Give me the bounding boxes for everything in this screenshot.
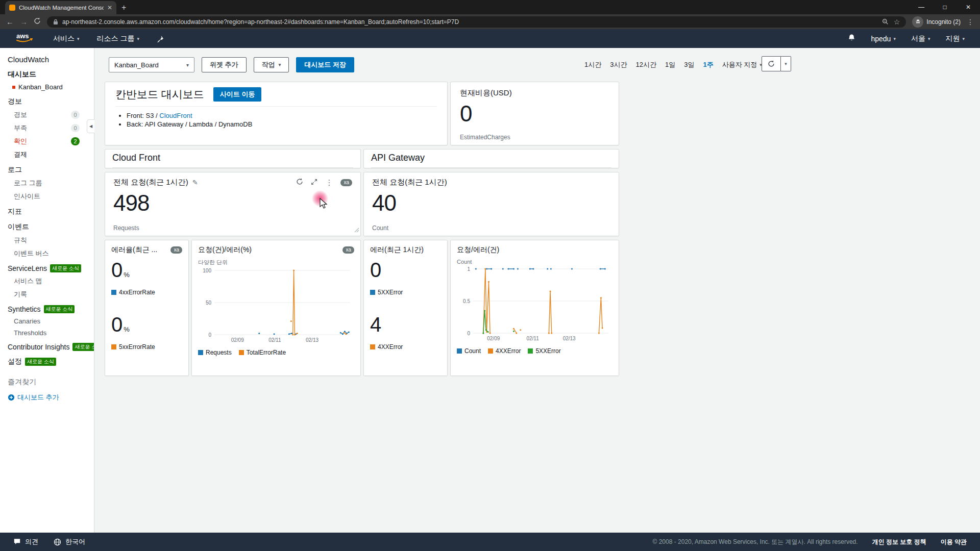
sidebar-item-insufficient[interactable]: 부족 0 <box>8 123 94 133</box>
sidebar-item-service-map[interactable]: 서비스 맵 <box>8 277 94 286</box>
sidebar-section-settings[interactable]: 설정 새로운 소식 <box>8 357 94 366</box>
widget-current-cost[interactable]: 현재비용(USD) 0 EstimatedCharges <box>450 82 619 145</box>
incognito-badge[interactable]: Incognito (2) <box>912 16 961 28</box>
dashboard-select[interactable]: Kanban_Board ▾ <box>109 57 194 72</box>
sidebar-item-billing[interactable]: 결제 <box>8 150 94 159</box>
widget-error-rate[interactable]: 에러율(최근 ... xa 0% 4xxErrorRate 0% 5xxErro… <box>105 240 189 376</box>
sidebar-section-events[interactable]: 이벤트 <box>8 222 94 232</box>
time-range-custom[interactable]: 사용자 지정 ▾ <box>722 60 762 69</box>
nav-services-menu[interactable]: 서비스 ▾ <box>53 34 80 43</box>
time-range-3d[interactable]: 3일 <box>684 60 694 69</box>
language-button[interactable]: 한국어 <box>54 537 85 546</box>
terms-of-use-link[interactable]: 이용 약관 <box>941 538 967 546</box>
requests-errors-count-chart[interactable]: 00.5102/0902/1102/13 <box>457 265 612 342</box>
new-tab-button[interactable]: + <box>121 3 126 12</box>
close-button[interactable]: ✕ <box>957 0 980 14</box>
widget-errors[interactable]: 에러(최근 1시간) 0 5XXError 4 4XXError <box>363 240 448 376</box>
widget-menu-icon[interactable]: ⋮ <box>325 178 333 187</box>
sidebar-section-alarms[interactable]: 경보 <box>8 97 94 106</box>
sidebar-section-metrics[interactable]: 지표 <box>8 207 94 216</box>
go-to-site-label: 사이트 이동 <box>220 90 255 98</box>
requests-error-pct-chart[interactable]: 05010002/0902/1102/13 <box>198 266 354 344</box>
sidebar-section-synthetics[interactable]: Synthetics 새로운 소식 <box>8 305 94 313</box>
sidebar-item-insights[interactable]: 인사이트 <box>8 192 94 201</box>
widget-cloudfront-requests[interactable]: 전체 요청(최근 1시간) ✎ ⋮ xa 498 Requests <box>105 172 361 236</box>
bookmark-star-icon[interactable]: ☆ <box>894 18 900 26</box>
requests-value: 40 <box>372 190 610 216</box>
ok-count-badge: 2 <box>71 137 80 145</box>
resize-grip-icon[interactable] <box>354 226 359 235</box>
tab-close-icon[interactable]: ✕ <box>107 4 112 11</box>
legend-item[interactable]: 4XXError <box>370 343 441 350</box>
url-bar[interactable]: ap-northeast-2.console.aws.amazon.com/cl… <box>47 16 906 28</box>
time-range-1h[interactable]: 1시간 <box>584 60 601 69</box>
notification-bell-icon[interactable] <box>848 34 855 43</box>
sidebar-item-rules[interactable]: 규칙 <box>8 236 94 245</box>
refresh-options-button[interactable]: ▾ <box>781 56 791 71</box>
legend-item[interactable]: TotalErrorRate <box>239 349 286 356</box>
legend-item[interactable]: Requests <box>198 349 232 356</box>
browser-titlebar: CloudWatch Management Consol ✕ + — □ ✕ <box>0 0 980 14</box>
forward-button[interactable]: → <box>20 17 28 26</box>
widget-period-badge[interactable]: xa <box>340 179 352 186</box>
widget-apigateway-requests[interactable]: 전체 요청(최근 1시간) 40 Count <box>363 172 619 236</box>
widget-requests-error-pct-chart[interactable]: 요청(건)/에러(%) xa 다양한 단위 05010002/0902/1102… <box>191 240 361 376</box>
sidebar-section-servicelens[interactable]: ServiceLens 새로운 소식 <box>8 264 94 272</box>
chevron-down-icon: ▾ <box>279 62 281 67</box>
sidebar-item-thresholds[interactable]: Thresholds <box>8 329 94 337</box>
time-range-1w[interactable]: 1주 <box>703 60 713 69</box>
sidebar-item-dashboards[interactable]: 대시보드 <box>8 70 94 79</box>
back-button[interactable]: ← <box>6 17 14 26</box>
actions-button[interactable]: 작업 ▾ <box>254 57 289 72</box>
sidebar-collapse-button[interactable]: ◀ <box>87 119 94 133</box>
aws-logo[interactable]: aws <box>14 31 36 46</box>
sidebar-item-ok[interactable]: 확인 2 <box>8 137 94 146</box>
sidebar-section-contributor-insights[interactable]: Contributor Insights 새로운 소식 <box>8 343 94 351</box>
legend-item[interactable]: 5XXError <box>370 289 441 296</box>
refresh-dashboard-button[interactable] <box>762 56 781 71</box>
feedback-button[interactable]: 의견 <box>13 537 38 546</box>
legend-item[interactable]: 5XXError <box>528 347 560 355</box>
legend-item[interactable]: 5xxErrorRate <box>111 343 182 350</box>
nav-user-menu[interactable]: hpedu ▾ <box>871 35 895 43</box>
widget-expand-icon[interactable] <box>311 178 317 187</box>
edit-pencil-icon[interactable]: ✎ <box>192 179 198 186</box>
sidebar-item-traces[interactable]: 기록 <box>8 290 94 299</box>
browser-tab[interactable]: CloudWatch Management Consol ✕ <box>5 1 116 14</box>
chevron-down-icon: ▾ <box>928 36 930 41</box>
reload-button[interactable] <box>34 17 41 26</box>
new-feature-badge: 새로운 소식 <box>72 343 94 351</box>
legend-item[interactable]: 4xxErrorRate <box>111 289 182 296</box>
minimize-button[interactable]: — <box>910 0 933 14</box>
add-dashboard-link[interactable]: 대시보드 추가 <box>8 393 94 402</box>
sidebar-item-kanban-board[interactable]: Kanban_Board <box>8 83 94 91</box>
privacy-policy-link[interactable]: 개인 정보 보호 정책 <box>872 538 926 546</box>
legend-item[interactable]: 4XXError <box>488 347 521 355</box>
sidebar-item-log-groups[interactable]: 로그 그룹 <box>8 179 94 188</box>
widget-refresh-icon[interactable] <box>296 178 303 187</box>
nav-support-menu[interactable]: 지원 ▾ <box>945 34 965 43</box>
pin-icon[interactable] <box>157 35 164 42</box>
sidebar-item-canaries[interactable]: Canaries <box>8 317 94 325</box>
widget-period-badge[interactable]: xa <box>170 246 182 254</box>
widget-requests-errors-count-chart[interactable]: 요청/에러(건) Count 00.5102/0902/1102/13 Coun… <box>450 240 619 376</box>
nav-region-menu[interactable]: 서울 ▾ <box>911 34 930 43</box>
browser-menu-icon[interactable]: ⋮ <box>967 18 974 26</box>
widget-period-badge[interactable]: xa <box>342 246 354 254</box>
go-to-site-button[interactable]: 사이트 이동 <box>213 87 262 102</box>
time-range-12h[interactable]: 12시간 <box>635 60 656 69</box>
time-range-1d[interactable]: 1일 <box>665 60 675 69</box>
maximize-button[interactable]: □ <box>933 0 957 14</box>
time-range-3h[interactable]: 3시간 <box>610 60 627 69</box>
sidebar-item-alarm[interactable]: 경보 0 <box>8 110 94 119</box>
save-dashboard-button[interactable]: 대시보드 저장 <box>296 57 354 72</box>
legend-item[interactable]: Count <box>457 347 481 355</box>
cloudfront-link[interactable]: CloudFront <box>159 112 192 119</box>
zoom-icon[interactable] <box>882 18 889 25</box>
nav-resource-groups-menu[interactable]: 리소스 그룹 ▾ <box>97 34 139 43</box>
add-widget-button[interactable]: 위젯 추가 <box>202 57 247 72</box>
chart-legend: RequestsTotalErrorRate <box>198 349 354 356</box>
sidebar-section-logs[interactable]: 로그 <box>8 165 94 174</box>
sidebar-favorites-title: 즐겨찾기 <box>8 378 94 387</box>
sidebar-item-event-bus[interactable]: 이벤트 버스 <box>8 249 94 258</box>
